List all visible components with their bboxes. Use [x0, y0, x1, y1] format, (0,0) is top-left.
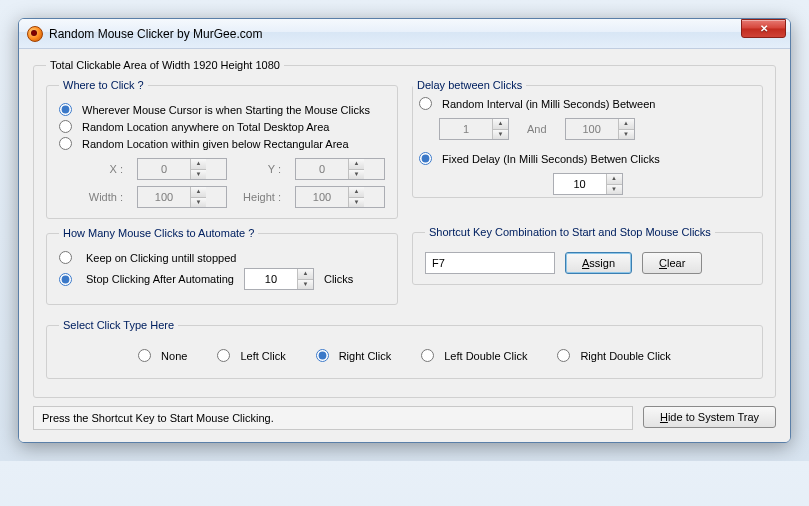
label-where-rect[interactable]: Random Location within given below Recta… — [82, 138, 349, 150]
app-window: Random Mouse Clicker by MurGee.com ✕ Tot… — [18, 18, 791, 443]
content-area: Total Clickable Area of Width 1920 Heigh… — [19, 49, 790, 442]
where-legend: Where to Click ? — [59, 79, 148, 91]
radio-ct-leftdbl[interactable] — [421, 349, 434, 362]
clicktype-legend: Select Click Type Here — [59, 319, 178, 331]
radio-where-desktop[interactable] — [59, 120, 72, 133]
radio-ct-right[interactable] — [316, 349, 329, 362]
shortcut-group: Shortcut Key Combination to Start and St… — [412, 226, 763, 285]
clicktype-group: Select Click Type Here None Left Click R… — [46, 319, 763, 379]
status-bar: Press the Shortcut Key to Start Mouse Cl… — [33, 406, 633, 430]
rand-to-spinner[interactable]: ▲▼ — [565, 118, 635, 140]
close-icon: ✕ — [760, 23, 768, 34]
radio-ct-rightdbl[interactable] — [557, 349, 570, 362]
rand-from-spinner[interactable]: ▲▼ — [439, 118, 509, 140]
hide-to-tray-button[interactable]: Hide to System Tray — [643, 406, 776, 428]
and-label: And — [527, 123, 547, 135]
assign-button[interactable]: Assign — [565, 252, 632, 274]
clear-button[interactable]: Clear — [642, 252, 702, 274]
chevron-up-icon[interactable]: ▲ — [619, 119, 634, 130]
w-input[interactable] — [138, 187, 190, 207]
chevron-down-icon[interactable]: ▼ — [349, 198, 364, 208]
w-label: Width : — [79, 191, 127, 203]
y-label: Y : — [237, 163, 285, 175]
h-label: Height : — [237, 191, 285, 203]
y-input[interactable] — [296, 159, 348, 179]
chevron-down-icon[interactable]: ▼ — [298, 280, 313, 290]
w-spinner[interactable]: ▲▼ — [137, 186, 227, 208]
delay-group: Delay between Clicks Random Interval (in… — [412, 79, 763, 198]
window-title: Random Mouse Clicker by MurGee.com — [49, 27, 741, 41]
label-where-cursor[interactable]: Wherever Mouse Cursor is when Starting t… — [82, 104, 370, 116]
count-input[interactable] — [245, 269, 297, 289]
radio-where-rect[interactable] — [59, 137, 72, 150]
label-ct-none[interactable]: None — [161, 350, 187, 362]
label-keep-clicking[interactable]: Keep on Clicking untill stopped — [86, 252, 236, 264]
chevron-down-icon[interactable]: ▼ — [607, 185, 622, 195]
outer-group: Total Clickable Area of Width 1920 Heigh… — [33, 59, 776, 398]
radio-random-interval[interactable] — [419, 97, 432, 110]
h-spinner[interactable]: ▲▼ — [295, 186, 385, 208]
outer-legend: Total Clickable Area of Width 1920 Heigh… — [46, 59, 284, 71]
clicks-label: Clicks — [324, 273, 353, 285]
label-ct-rightdbl[interactable]: Right Double Click — [580, 350, 670, 362]
radio-keep-clicking[interactable] — [59, 251, 72, 264]
radio-where-cursor[interactable] — [59, 103, 72, 116]
chevron-down-icon[interactable]: ▼ — [493, 130, 508, 140]
x-spinner[interactable]: ▲▼ — [137, 158, 227, 180]
chevron-up-icon[interactable]: ▲ — [493, 119, 508, 130]
shortcut-input[interactable] — [425, 252, 555, 274]
label-fixed-delay[interactable]: Fixed Delay (In Milli Seconds) Betwen Cl… — [442, 153, 660, 165]
howmany-legend: How Many Mouse Clicks to Automate ? — [59, 227, 258, 239]
shortcut-legend: Shortcut Key Combination to Start and St… — [425, 226, 715, 238]
label-ct-leftdbl[interactable]: Left Double Click — [444, 350, 527, 362]
delay-legend: Delay between Clicks — [413, 79, 526, 91]
where-group: Where to Click ? Wherever Mouse Cursor i… — [46, 79, 398, 219]
chevron-down-icon[interactable]: ▼ — [191, 198, 206, 208]
chevron-down-icon[interactable]: ▼ — [619, 130, 634, 140]
rand-to-input[interactable] — [566, 119, 618, 139]
chevron-up-icon[interactable]: ▲ — [607, 174, 622, 185]
chevron-up-icon[interactable]: ▲ — [349, 187, 364, 198]
label-stop-after[interactable]: Stop Clicking After Automating — [86, 273, 234, 285]
radio-fixed-delay[interactable] — [419, 152, 432, 165]
count-spinner[interactable]: ▲▼ — [244, 268, 314, 290]
chevron-up-icon[interactable]: ▲ — [191, 159, 206, 170]
label-where-desktop[interactable]: Random Location anywhere on Total Deskto… — [82, 121, 329, 133]
label-ct-left[interactable]: Left Click — [240, 350, 285, 362]
chevron-down-icon[interactable]: ▼ — [191, 170, 206, 180]
titlebar[interactable]: Random Mouse Clicker by MurGee.com ✕ — [19, 19, 790, 49]
fixed-spinner[interactable]: ▲▼ — [553, 173, 623, 195]
fixed-input[interactable] — [554, 174, 606, 194]
x-label: X : — [79, 163, 127, 175]
chevron-up-icon[interactable]: ▲ — [349, 159, 364, 170]
close-button[interactable]: ✕ — [741, 19, 786, 38]
chevron-down-icon[interactable]: ▼ — [349, 170, 364, 180]
chevron-up-icon[interactable]: ▲ — [298, 269, 313, 280]
radio-ct-left[interactable] — [217, 349, 230, 362]
radio-stop-after[interactable] — [59, 273, 72, 286]
label-random-interval[interactable]: Random Interval (in Milli Seconds) Betwe… — [442, 98, 655, 110]
y-spinner[interactable]: ▲▼ — [295, 158, 385, 180]
x-input[interactable] — [138, 159, 190, 179]
label-ct-right[interactable]: Right Click — [339, 350, 392, 362]
h-input[interactable] — [296, 187, 348, 207]
app-icon — [27, 26, 43, 42]
howmany-group: How Many Mouse Clicks to Automate ? Keep… — [46, 227, 398, 305]
chevron-up-icon[interactable]: ▲ — [191, 187, 206, 198]
rand-from-input[interactable] — [440, 119, 492, 139]
radio-ct-none[interactable] — [138, 349, 151, 362]
